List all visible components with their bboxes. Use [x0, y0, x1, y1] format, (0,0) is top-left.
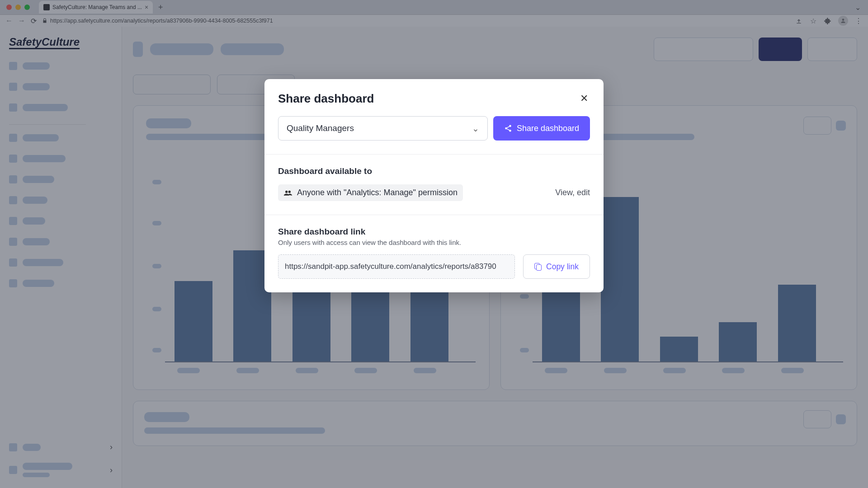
share-button-label: Share dashboard [517, 124, 579, 133]
share-dashboard-modal: Share dashboard ✕ Quality Managers ⌄ Sha… [264, 79, 604, 292]
svg-point-1 [509, 125, 511, 127]
share-dashboard-button[interactable]: Share dashboard [493, 116, 590, 141]
available-to-heading: Dashboard available to [278, 166, 590, 176]
copy-icon [534, 263, 542, 270]
svg-point-2 [505, 127, 507, 130]
close-icon[interactable]: ✕ [578, 91, 590, 106]
modal-title: Share dashboard [278, 92, 374, 106]
permission-chip: Anyone with "Analytics: Manage" permissi… [278, 184, 463, 201]
copy-button-label: Copy link [546, 262, 579, 272]
chevron-down-icon: ⌄ [472, 123, 479, 134]
share-link-input[interactable]: https://sandpit-app.safetyculture.com/an… [278, 254, 515, 279]
share-link-subtext: Only users with access can view the dash… [278, 239, 590, 246]
permission-level[interactable]: View, edit [555, 188, 590, 197]
svg-point-5 [288, 190, 291, 192]
modal-overlay[interactable]: Share dashboard ✕ Quality Managers ⌄ Sha… [0, 0, 868, 488]
permission-text: Anyone with "Analytics: Manage" permissi… [297, 188, 458, 197]
people-icon [283, 190, 292, 196]
svg-point-3 [509, 130, 511, 132]
svg-point-4 [285, 190, 288, 192]
share-link-url: https://sandpit-app.safetyculture.com/an… [285, 262, 496, 271]
share-icon [504, 124, 512, 132]
selected-group-label: Quality Managers [287, 123, 354, 133]
copy-link-button[interactable]: Copy link [523, 254, 590, 279]
recipient-select[interactable]: Quality Managers ⌄ [278, 116, 488, 141]
share-link-heading: Share dashboard link [278, 227, 590, 237]
